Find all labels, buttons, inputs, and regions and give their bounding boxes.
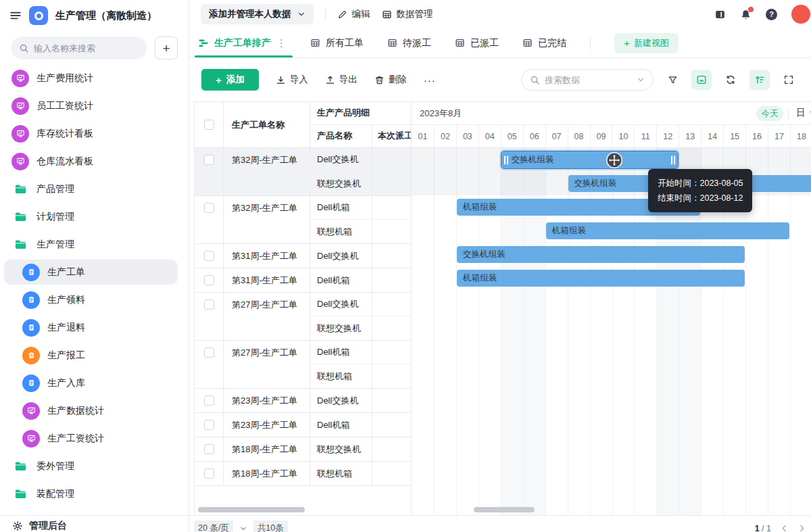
move-cursor-icon[interactable]: [606, 151, 623, 169]
day-header-cell: 09: [590, 125, 612, 147]
sidebar-item-label: 生产工资统计: [47, 433, 104, 445]
page-size-selector[interactable]: 20 条/页: [194, 521, 233, 532]
data-scope-dropdown[interactable]: 添加并管理本人数据: [201, 4, 314, 24]
sidebar-item[interactable]: 装配管理: [0, 480, 189, 508]
tab-2[interactable]: 待派工: [387, 28, 431, 57]
notifications-button[interactable]: [740, 9, 752, 20]
sidebar-search-box[interactable]: [11, 37, 147, 59]
order-row-group: 第18周-生产工单联想机箱: [195, 462, 411, 486]
new-view-button[interactable]: + 新建视图: [614, 33, 679, 53]
tab-active-0[interactable]: 生产工单排产⋮: [198, 28, 287, 57]
sidebar-item[interactable]: 生产领料: [0, 286, 189, 314]
order-row-group: 第32周-生产工单Dell交换机联想交换机: [195, 148, 411, 196]
app-logo-icon[interactable]: [29, 6, 48, 25]
product-row: Dell交换机: [310, 293, 411, 316]
gantt-bar[interactable]: 机箱组装: [457, 270, 745, 287]
data-manage-label: 数据管理: [397, 8, 433, 20]
product-name-cell: Dell机箱: [310, 268, 372, 292]
row-checkbox[interactable]: [204, 420, 214, 430]
table-icon: [382, 9, 392, 20]
sidebar-item[interactable]: 生产管理: [0, 231, 189, 258]
sidebar-item[interactable]: 生产退料: [0, 314, 189, 341]
gantt-bar-selected[interactable]: 交换机组装: [501, 151, 679, 168]
chevron-down-icon: [809, 109, 811, 117]
sidebar-item-label: 生产数据统计: [47, 405, 104, 417]
hamburger-menu-icon[interactable]: [9, 9, 22, 22]
more-actions-button[interactable]: ···: [424, 74, 436, 86]
current-page: 1: [755, 524, 760, 532]
sidebar-item-admin[interactable]: 管理后台: [0, 520, 189, 532]
sidebar-item[interactable]: 生产报工: [0, 341, 189, 369]
product-row: 联想机箱: [310, 364, 411, 388]
row-checkbox-cell: [195, 148, 224, 195]
sidebar-item[interactable]: 生产入库: [0, 369, 189, 397]
sidebar-menu: 生产费用统计员工工资统计库存统计看板仓库流水看板产品管理计划管理生产管理生产工单…: [0, 64, 189, 508]
order-column-header: 生产工单名称: [224, 102, 310, 147]
help-icon[interactable]: ?: [766, 9, 777, 20]
avatar[interactable]: [791, 5, 810, 24]
row-checkbox[interactable]: [204, 155, 214, 165]
sidebar-item[interactable]: 产品管理: [0, 175, 189, 203]
gantt-bar[interactable]: 交换机组装: [457, 246, 745, 263]
new-view-label: 新建视图: [634, 37, 669, 49]
filter-icon[interactable]: [662, 70, 683, 90]
import-button[interactable]: 导入: [276, 74, 308, 86]
row-height-sort-icon[interactable]: [749, 70, 770, 90]
plus-icon: +: [216, 74, 222, 86]
sidebar-item[interactable]: 生产工资统计: [0, 425, 189, 452]
panel-toggle-icon[interactable]: [714, 9, 726, 20]
row-checkbox[interactable]: [204, 203, 214, 213]
sidebar-item[interactable]: 库存统计看板: [0, 120, 189, 147]
row-checkbox[interactable]: [204, 299, 214, 310]
data-manage-button[interactable]: 数据管理: [382, 8, 433, 20]
time-scale-dropdown[interactable]: 日: [796, 107, 811, 119]
sidebar-search-input[interactable]: [34, 43, 139, 53]
edit-button[interactable]: 编辑: [337, 8, 370, 20]
data-search-box[interactable]: [521, 69, 654, 91]
prev-page-icon[interactable]: [780, 524, 789, 532]
add-button[interactable]: + 添加: [201, 69, 259, 91]
card-view-icon[interactable]: [691, 70, 712, 90]
refresh-icon[interactable]: [720, 70, 741, 90]
bar-resize-handle-left[interactable]: [504, 155, 508, 164]
tab-4[interactable]: 已完结: [522, 28, 566, 57]
product-rows: Dell机箱联想机箱: [310, 341, 411, 388]
total-count: 共10条: [253, 521, 288, 532]
bar-resize-handle-right[interactable]: [671, 155, 675, 164]
row-checkbox[interactable]: [204, 395, 214, 406]
sidebar-item[interactable]: 生产费用统计: [0, 64, 189, 92]
table-horizontal-scrollbar[interactable]: [198, 507, 305, 512]
sidebar-item[interactable]: 委外管理: [0, 452, 189, 480]
sidebar-item[interactable]: 计划管理: [0, 203, 189, 231]
sidebar-add-button[interactable]: +: [155, 37, 178, 59]
main-area: 添加并管理本人数据 编辑 数据管理 ?: [189, 0, 811, 532]
select-all-cell: [195, 102, 224, 147]
row-checkbox[interactable]: [204, 251, 214, 261]
fullscreen-icon[interactable]: [779, 70, 799, 90]
sidebar-item[interactable]: 生产数据统计: [0, 397, 189, 425]
screen-icon: [11, 70, 29, 87]
sidebar-item[interactable]: 仓库流水看板: [0, 147, 189, 175]
delete-button[interactable]: 删除: [374, 74, 407, 86]
row-checkbox[interactable]: [204, 347, 214, 358]
data-search-input[interactable]: [545, 75, 632, 85]
row-checkbox[interactable]: [204, 468, 214, 479]
gantt-horizontal-scrollbar[interactable]: [474, 507, 535, 512]
sidebar-item-label: 计划管理: [36, 211, 74, 223]
export-button[interactable]: 导出: [325, 74, 358, 86]
gantt-bar[interactable]: 机箱组装: [546, 222, 789, 239]
select-all-checkbox[interactable]: [204, 120, 214, 130]
sidebar-item[interactable]: 生产工单: [0, 258, 189, 286]
tab-1[interactable]: 所有工单: [310, 28, 364, 57]
row-checkbox[interactable]: [204, 444, 214, 454]
tab-3[interactable]: 已派工: [455, 28, 499, 57]
sidebar-item[interactable]: 员工工资统计: [0, 92, 189, 120]
tab-menu-icon[interactable]: ⋮: [276, 37, 287, 49]
day-header-cell: 06: [523, 125, 545, 147]
row-checkbox[interactable]: [204, 275, 214, 285]
toolbar-right: [521, 69, 799, 91]
next-page-icon[interactable]: [797, 524, 806, 532]
topbar-right-icons: ?: [714, 5, 800, 24]
today-button[interactable]: 今天: [756, 106, 783, 121]
order-row-group: 第23周-生产工单Dell交换机: [195, 389, 411, 413]
